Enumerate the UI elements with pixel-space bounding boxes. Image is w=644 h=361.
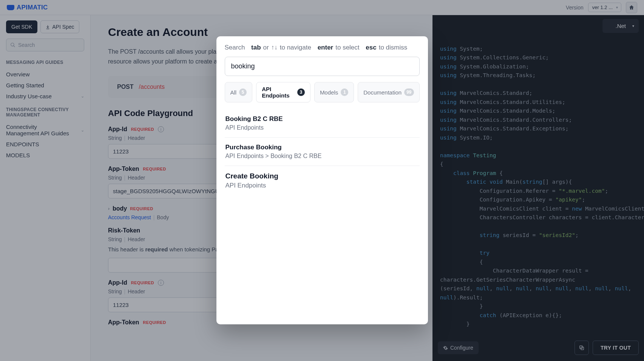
tab-models[interactable]: Models1: [314, 82, 354, 102]
tab-api-endpoints[interactable]: API Endpoints3: [256, 82, 310, 102]
search-modal-input[interactable]: [225, 57, 420, 76]
search-results: Booking B2 C RBE API Endpoints Purchase …: [225, 109, 420, 195]
search-result[interactable]: Purchase Booking API Endpoints > Booking…: [225, 138, 420, 166]
search-tabs: All5 API Endpoints3 Models1 Documentatio…: [225, 82, 420, 102]
tab-documentation[interactable]: Documentation99: [358, 82, 419, 102]
search-hints: Search tab or ↑↓ to navigate enter to se…: [225, 44, 420, 51]
search-result[interactable]: Booking B2 C RBE API Endpoints: [225, 109, 420, 138]
search-modal: Search tab or ↑↓ to navigate enter to se…: [216, 36, 428, 324]
search-result[interactable]: Create Booking API Endpoints: [225, 166, 420, 195]
tab-all[interactable]: All5: [225, 82, 253, 102]
modal-overlay[interactable]: Search tab or ↑↓ to navigate enter to se…: [0, 0, 644, 361]
